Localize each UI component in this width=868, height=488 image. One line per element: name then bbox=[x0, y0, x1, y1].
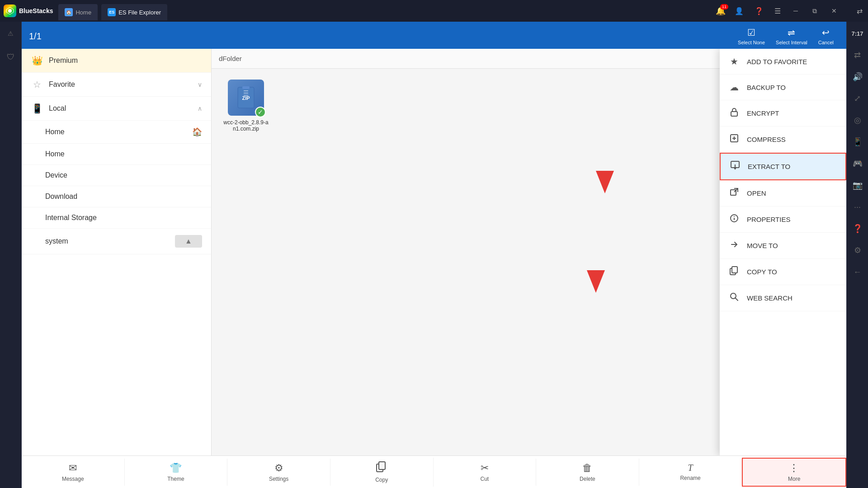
theme-icon: 👕 bbox=[170, 462, 182, 474]
toolbar-delete-btn[interactable]: 🗑 Delete bbox=[536, 459, 639, 486]
close-button[interactable]: ✕ bbox=[828, 5, 840, 16]
ctx-add-favorite[interactable]: ★ ADD TO FAVORITE bbox=[720, 49, 846, 75]
copy-tb-icon bbox=[376, 461, 387, 475]
select-none-button[interactable]: ☑ Select None bbox=[732, 25, 770, 47]
ctx-move-label: MOVE TO bbox=[747, 242, 778, 249]
sidebar-local-label: Local bbox=[49, 104, 192, 113]
select-interval-button[interactable]: ⇌ Select Interval bbox=[770, 25, 813, 47]
ctx-open-label: OPEN bbox=[747, 189, 766, 197]
info-ctx-icon bbox=[729, 214, 740, 225]
phone-right-icon[interactable]: 📱 bbox=[849, 134, 866, 150]
gamepad-icon[interactable]: 🎮 bbox=[849, 155, 866, 172]
file-item-zip[interactable]: ZIP ✓ wcc-2-obb_2.8.9-an1.com.zip bbox=[219, 76, 273, 136]
back-icon[interactable]: ← bbox=[849, 264, 866, 280]
toolbar-settings-btn[interactable]: ⚙ Settings bbox=[227, 459, 330, 486]
help-icon[interactable]: ❓ bbox=[753, 6, 765, 16]
ctx-compress[interactable]: COMPRESS bbox=[720, 127, 846, 153]
select-none-label: Select None bbox=[738, 40, 765, 45]
volume-icon[interactable]: 🔊 bbox=[849, 69, 866, 85]
svg-rect-5 bbox=[242, 86, 250, 89]
favorite-arrow-icon: ∨ bbox=[198, 81, 202, 88]
expand-icon[interactable]: ⇄ bbox=[855, 6, 864, 16]
expand-right-icon[interactable]: ⇄ bbox=[849, 47, 866, 63]
ctx-backup[interactable]: ☁ BACKUP TO bbox=[720, 75, 846, 100]
current-path: dFolder bbox=[219, 55, 242, 62]
select-interval-label: Select Interval bbox=[776, 40, 807, 45]
bs-left-sidebar: ⚠ 🛡 bbox=[0, 22, 22, 488]
notification-bell[interactable]: 🔔 11 bbox=[716, 6, 726, 16]
title-bar-right: 🔔 11 👤 ❓ ☰ ─ ⧉ ✕ ⇄ bbox=[716, 5, 864, 17]
bs-right-sidebar: 7:17 ⇄ 🔊 ⤢ ◎ 📱 🎮 📷 ··· ❓ ⚙ ← bbox=[846, 22, 868, 488]
aim-icon[interactable]: ◎ bbox=[849, 112, 866, 128]
ctx-move-to[interactable]: MOVE TO bbox=[720, 233, 846, 259]
bluestacks-window: BlueStacks 🏠 Home ES ES File Explorer 🔔 … bbox=[0, 0, 868, 488]
selection-checkmark: ✓ bbox=[255, 107, 266, 117]
sidebar-item-home2[interactable]: Home bbox=[22, 144, 211, 165]
sidebar-home1-label: Home bbox=[45, 128, 187, 136]
copy-ctx-icon bbox=[729, 266, 740, 277]
warning-icon[interactable]: ⚠ bbox=[3, 25, 19, 42]
delete-label: Delete bbox=[580, 476, 595, 482]
sidebar-item-favorite[interactable]: ☆ Favorite ∨ bbox=[22, 73, 211, 97]
sidebar-home2-label: Home bbox=[45, 150, 202, 158]
bluestacks-name: BlueStacks bbox=[19, 7, 53, 14]
menu-icon[interactable]: ☰ bbox=[773, 6, 783, 16]
cut-label: Cut bbox=[480, 476, 489, 482]
es-sidebar: 👑 Premium ☆ Favorite ∨ 📱 Local ∧ bbox=[22, 49, 212, 455]
sidebar-item-download[interactable]: Download bbox=[22, 186, 211, 207]
app-content: 1/1 ☑ Select None ⇌ Select Interval ↩ Ca… bbox=[22, 22, 846, 488]
restore-button[interactable]: ⧉ bbox=[809, 5, 821, 17]
toolbar-theme-btn[interactable]: 👕 Theme bbox=[125, 459, 228, 486]
notification-count: 11 bbox=[720, 4, 728, 9]
ctx-web-search[interactable]: WEB SEARCH bbox=[720, 285, 846, 311]
toolbar-message-btn[interactable]: ✉ Message bbox=[22, 459, 125, 486]
toolbar-more-btn[interactable]: ⋮ More bbox=[742, 458, 846, 487]
select-interval-icon: ⇌ bbox=[788, 27, 795, 38]
fullscreen-icon[interactable]: ⤢ bbox=[849, 90, 866, 107]
ctx-open[interactable]: OPEN bbox=[720, 180, 846, 206]
sidebar-item-premium[interactable]: 👑 Premium bbox=[22, 49, 211, 73]
shield-icon[interactable]: 🛡 bbox=[3, 49, 19, 65]
star-ctx-icon: ★ bbox=[729, 56, 740, 67]
ctx-copy-to[interactable]: COPY TO bbox=[720, 259, 846, 285]
crown-icon: 👑 bbox=[31, 55, 43, 66]
sidebar-system-label: system bbox=[45, 237, 170, 245]
ctx-properties-label: PROPERTIES bbox=[747, 216, 790, 223]
ctx-copy-label: COPY TO bbox=[747, 268, 777, 276]
zip-graphic: ZIP bbox=[237, 86, 255, 109]
main-area: ⚠ 🛡 1/1 ☑ Select None ⇌ Select Interval … bbox=[0, 22, 868, 488]
tab-home[interactable]: 🏠 Home bbox=[58, 4, 98, 20]
bluestacks-logo: BlueStacks bbox=[4, 5, 53, 17]
more-icon: ⋮ bbox=[789, 462, 799, 474]
sidebar-download-label: Download bbox=[45, 192, 202, 201]
toolbar-copy-btn[interactable]: Copy bbox=[330, 458, 434, 487]
sidebar-item-internal-storage[interactable]: Internal Storage bbox=[22, 207, 211, 229]
sidebar-item-home1[interactable]: Home 🏠 bbox=[22, 121, 211, 144]
message-label: Message bbox=[62, 476, 84, 482]
sidebar-item-device[interactable]: Device bbox=[22, 165, 211, 186]
svg-point-20 bbox=[734, 216, 735, 217]
account-icon[interactable]: 👤 bbox=[733, 6, 745, 16]
dots-icon[interactable]: ··· bbox=[849, 199, 866, 215]
cancel-button[interactable]: ↩ Cancel bbox=[813, 25, 839, 47]
scroll-up-icon: ▲ bbox=[185, 237, 192, 245]
camera-icon[interactable]: 📷 bbox=[849, 177, 866, 193]
ctx-properties[interactable]: PROPERTIES bbox=[720, 206, 846, 233]
gear-right-icon[interactable]: ⚙ bbox=[849, 242, 866, 258]
toolbar-rename-btn[interactable]: T Rename bbox=[639, 459, 742, 485]
selection-bar: 1/1 ☑ Select None ⇌ Select Interval ↩ Ca… bbox=[22, 23, 846, 49]
question-right-icon[interactable]: ❓ bbox=[849, 221, 866, 237]
toolbar-cut-btn[interactable]: ✂ Cut bbox=[434, 459, 537, 486]
ctx-extract-to[interactable]: EXTRACT TO bbox=[720, 153, 846, 180]
ctx-encrypt[interactable]: ENCRYPT bbox=[720, 100, 846, 127]
selection-count: 1/1 bbox=[29, 31, 732, 42]
svg-rect-22 bbox=[732, 267, 737, 273]
ctx-backup-label: BACKUP TO bbox=[747, 84, 786, 91]
cloud-ctx-icon: ☁ bbox=[729, 82, 740, 93]
svg-rect-28 bbox=[379, 462, 385, 469]
tab-es-file-explorer[interactable]: ES ES File Explorer bbox=[101, 4, 167, 20]
sidebar-item-local[interactable]: 📱 Local ∧ bbox=[22, 97, 211, 121]
minimize-button[interactable]: ─ bbox=[790, 5, 802, 16]
open-ctx-icon bbox=[729, 188, 740, 199]
sidebar-item-system[interactable]: system ▲ bbox=[22, 229, 211, 254]
